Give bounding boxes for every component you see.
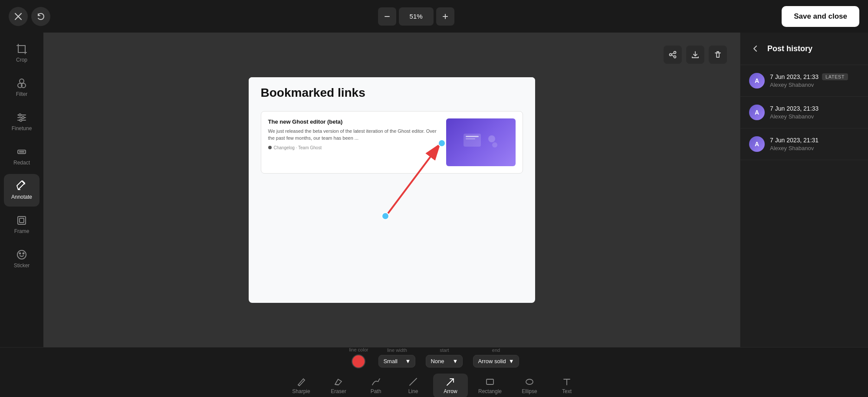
history-date: 7 Jun 2023, 21:31	[770, 137, 819, 144]
svg-point-32	[492, 142, 497, 148]
undo-button[interactable]	[31, 7, 50, 26]
zoom-display: 51%	[399, 7, 434, 26]
canvas-area: Bookmarked links The new Ghost editor (b…	[43, 33, 740, 347]
history-date: 7 Jun 2023, 21:33	[770, 105, 819, 112]
tool-arrow[interactable]: Arrow	[433, 374, 468, 397]
sidebar-label-redact: Redact	[13, 160, 30, 166]
tool-rectangle-label: Rectangle	[478, 388, 502, 394]
tool-rectangle[interactable]: Rectangle	[470, 374, 510, 397]
mockup-card: The new Ghost editor (beta) We just rele…	[261, 111, 523, 174]
svg-point-42	[526, 379, 533, 384]
line-width-select[interactable]: Small ▼	[378, 355, 415, 367]
sidebar-item-annotate[interactable]: Annotate	[4, 174, 39, 207]
tool-sharpie-label: Sharpie	[292, 388, 310, 394]
svg-rect-29	[466, 136, 479, 137]
sidebar-item-redact[interactable]: Redact	[4, 140, 39, 172]
mockup-card-text: The new Ghost editor (beta) We just rele…	[268, 118, 440, 166]
save-close-button[interactable]: Save and close	[782, 6, 859, 27]
zoom-out-button[interactable]	[378, 7, 396, 26]
tool-text[interactable]: Text	[549, 374, 584, 397]
tool-line[interactable]: Line	[396, 374, 431, 397]
end-select[interactable]: Arrow solid ▼	[473, 355, 519, 367]
svg-point-13	[20, 119, 22, 121]
mockup-card-footer-text: Changelog · Team Ghost	[274, 145, 322, 150]
card-dot-icon	[268, 146, 272, 149]
history-list: A 7 Jun 2023, 21:33 LATEST Alexey Shaban…	[740, 65, 868, 347]
svg-line-40	[447, 379, 454, 385]
history-author: Alexey Shabanov	[770, 82, 859, 88]
line-width-label: line width	[387, 348, 407, 353]
svg-line-38	[335, 384, 339, 385]
end-value: Arrow solid	[478, 358, 506, 364]
close-button[interactable]	[9, 7, 28, 26]
zoom-in-button[interactable]	[436, 7, 454, 26]
history-info: 7 Jun 2023, 21:31 Alexey Shabanov	[770, 137, 859, 151]
panel-header: Post history	[740, 33, 868, 65]
mockup-card-footer: Changelog · Team Ghost	[268, 145, 440, 150]
tool-eraser-label: Eraser	[331, 388, 346, 394]
line-width-value: Small	[383, 358, 398, 364]
main-area: Crop Filter Finetune	[0, 33, 868, 347]
history-info: 7 Jun 2023, 21:33 Alexey Shabanov	[770, 105, 859, 120]
history-item[interactable]: A 7 Jun 2023, 21:33 Alexey Shabanov	[740, 97, 868, 128]
svg-point-12	[22, 117, 24, 119]
left-sidebar: Crop Filter Finetune	[0, 33, 43, 347]
mockup-card-image	[446, 118, 516, 166]
history-item[interactable]: A 7 Jun 2023, 21:31 Alexey Shabanov	[740, 128, 868, 160]
history-author: Alexey Shabanov	[770, 145, 859, 151]
top-bar-left	[9, 7, 50, 26]
tool-eraser[interactable]: Eraser	[321, 374, 356, 397]
sidebar-label-frame: Frame	[14, 228, 30, 234]
history-datetime: 7 Jun 2023, 21:33 LATEST	[770, 73, 859, 80]
svg-line-39	[410, 378, 417, 385]
tool-sharpie[interactable]: Sharpie	[284, 374, 319, 397]
start-select[interactable]: None ▼	[426, 355, 463, 367]
tool-ellipse[interactable]: Ellipse	[512, 374, 547, 397]
history-author: Alexey Shabanov	[770, 113, 859, 120]
tool-text-label: Text	[562, 388, 572, 394]
avatar: A	[749, 136, 765, 152]
line-width-chevron-icon: ▼	[405, 358, 411, 364]
tool-path-label: Path	[371, 388, 381, 394]
start-group: start None ▼	[426, 348, 463, 367]
tool-ellipse-label: Ellipse	[522, 388, 537, 394]
svg-point-21	[20, 253, 21, 254]
start-label: start	[440, 348, 449, 353]
top-bar: 51% Save and close	[0, 0, 868, 33]
svg-point-5	[20, 79, 24, 83]
toolbar-controls: line color line width Small ▼ start None…	[349, 347, 519, 368]
svg-point-11	[19, 114, 21, 116]
line-color-picker[interactable]	[352, 354, 365, 368]
end-label: end	[492, 348, 500, 353]
mockup-title: Bookmarked links	[261, 86, 523, 100]
bottom-toolbar: line color line width Small ▼ start None…	[0, 347, 868, 397]
panel-back-button[interactable]	[749, 42, 762, 55]
history-datetime: 7 Jun 2023, 21:33	[770, 105, 859, 112]
svg-rect-19	[20, 218, 24, 223]
card-image-decoration	[459, 129, 503, 155]
history-item[interactable]: A 7 Jun 2023, 21:33 LATEST Alexey Shaban…	[740, 65, 868, 97]
sidebar-item-finetune[interactable]: Finetune	[4, 105, 39, 138]
start-chevron-icon: ▼	[453, 358, 458, 364]
mockup-card-title: The new Ghost editor (beta)	[268, 118, 440, 125]
toolbar-tools: Sharpie Eraser Path Line	[284, 374, 584, 397]
tool-line-label: Line	[408, 388, 418, 394]
mockup-header: Bookmarked links	[249, 77, 535, 111]
line-width-group: line width Small ▼	[378, 348, 415, 367]
svg-rect-41	[487, 379, 493, 384]
sidebar-item-frame[interactable]: Frame	[4, 208, 39, 241]
sidebar-item-filter[interactable]: Filter	[4, 71, 39, 104]
svg-rect-30	[466, 138, 475, 139]
history-info: 7 Jun 2023, 21:33 LATEST Alexey Shabanov	[770, 73, 859, 88]
end-chevron-icon: ▼	[509, 358, 514, 364]
panel-title: Post history	[767, 44, 812, 53]
sidebar-item-sticker[interactable]: Sticker	[4, 243, 39, 275]
top-bar-center: 51%	[378, 7, 454, 26]
sidebar-item-crop[interactable]: Crop	[4, 37, 39, 69]
tool-path[interactable]: Path	[358, 374, 393, 397]
svg-rect-28	[464, 134, 481, 147]
svg-point-22	[23, 253, 24, 254]
sidebar-label-filter: Filter	[16, 91, 28, 97]
svg-line-37	[298, 385, 299, 386]
sidebar-label-sticker: Sticker	[14, 262, 30, 269]
